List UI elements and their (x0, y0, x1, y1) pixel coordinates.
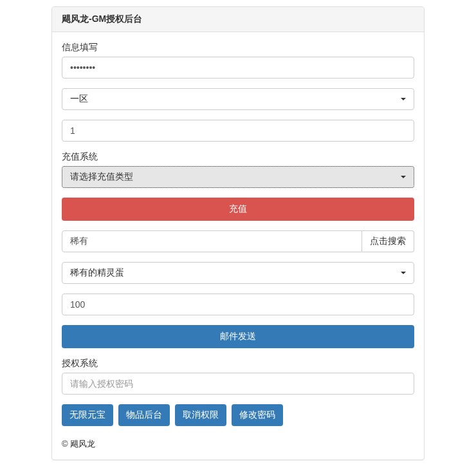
mail-send-group: 邮件发送 (62, 325, 414, 348)
recharge-type-group: 充值系统 请选择充值类型 (62, 151, 414, 188)
item-backend-button[interactable]: 物品后台 (118, 404, 170, 426)
recharge-submit-group: 充值 (62, 198, 414, 221)
info-section-label: 信息填写 (62, 42, 98, 53)
item-select-value: 稀有的精灵蛋 (70, 267, 124, 279)
item-select[interactable]: 稀有的精灵蛋 (62, 262, 414, 284)
item-search-input[interactable] (62, 230, 362, 252)
recharge-section-label: 充值系统 (62, 151, 98, 163)
role-id-group (62, 120, 414, 142)
recharge-type-select[interactable]: 请选择充值类型 (62, 166, 414, 188)
auth-section-label: 授权系统 (62, 358, 98, 369)
mail-send-button[interactable]: 邮件发送 (62, 325, 414, 348)
zone-select[interactable]: 一区 (62, 88, 414, 110)
recharge-button[interactable]: 充值 (62, 198, 414, 221)
item-quantity-input[interactable] (62, 294, 414, 315)
gm-password-input[interactable] (62, 57, 414, 79)
footer-copyright: © 飓风龙 (62, 436, 414, 450)
panel-title: 飓风龙-GM授权后台 (62, 14, 414, 25)
zone-select-toggle[interactable]: 一区 (62, 88, 414, 110)
recharge-type-toggle[interactable]: 请选择充值类型 (62, 166, 414, 188)
revoke-auth-button[interactable]: 取消权限 (175, 404, 226, 426)
zone-select-value: 一区 (70, 93, 88, 105)
panel-header: 飓风龙-GM授权后台 (52, 7, 424, 32)
chevron-down-icon (401, 98, 406, 100)
unlimited-gold-button[interactable]: 无限元宝 (62, 404, 113, 426)
change-password-button[interactable]: 修改密码 (232, 404, 283, 426)
item-search-button[interactable]: 点击搜索 (362, 230, 414, 252)
auth-button-row: 无限元宝 物品后台 取消权限 修改密码 (62, 404, 414, 426)
role-id-input[interactable] (62, 120, 414, 142)
zone-select-group: 一区 (62, 88, 414, 110)
auth-password-input[interactable] (62, 373, 414, 395)
item-quantity-group (62, 294, 414, 315)
main-panel: 飓风龙-GM授权后台 信息填写 一区 充值系统 请选择充值类型 (51, 6, 425, 460)
info-password-group: 信息填写 (62, 42, 414, 79)
auth-password-group: 授权系统 (62, 358, 414, 395)
item-search-btn-wrap: 点击搜索 (362, 230, 414, 252)
item-search-group: 点击搜索 (62, 230, 414, 252)
chevron-down-icon (401, 272, 406, 274)
item-select-toggle[interactable]: 稀有的精灵蛋 (62, 262, 414, 284)
chevron-down-icon (401, 176, 406, 178)
recharge-type-value: 请选择充值类型 (70, 171, 133, 183)
panel-body: 信息填写 一区 充值系统 请选择充值类型 (52, 32, 424, 460)
item-select-group: 稀有的精灵蛋 (62, 262, 414, 284)
item-search-input-group: 点击搜索 (62, 230, 414, 252)
